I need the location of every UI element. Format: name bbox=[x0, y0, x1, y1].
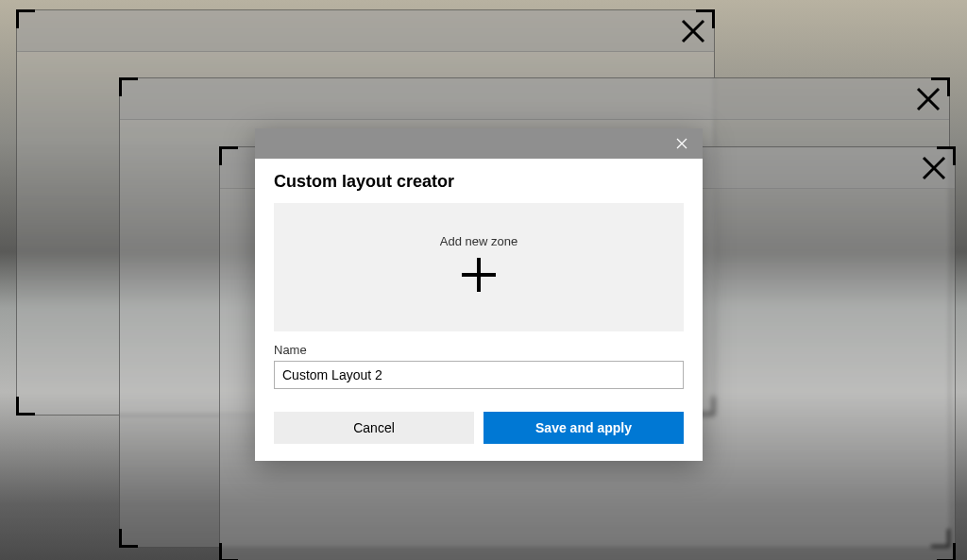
crop-mark-icon bbox=[16, 9, 35, 28]
plus-icon bbox=[456, 252, 501, 301]
crop-mark-icon bbox=[219, 146, 238, 165]
crop-mark-icon bbox=[119, 77, 138, 96]
zone-titlebar[interactable] bbox=[120, 78, 949, 120]
close-icon[interactable] bbox=[661, 128, 703, 159]
save-and-apply-button[interactable]: Save and apply bbox=[484, 412, 684, 444]
zone-titlebar[interactable] bbox=[17, 10, 714, 52]
name-label: Name bbox=[274, 343, 684, 357]
crop-mark-icon bbox=[937, 543, 956, 560]
crop-mark-icon bbox=[16, 397, 35, 416]
crop-mark-icon bbox=[696, 9, 715, 28]
crop-mark-icon bbox=[119, 529, 138, 548]
crop-mark-icon bbox=[219, 543, 238, 560]
dialog-titlebar[interactable] bbox=[255, 128, 703, 159]
crop-mark-icon bbox=[937, 146, 956, 165]
custom-layout-creator-dialog: Custom layout creator Add new zone Name … bbox=[255, 128, 703, 461]
cancel-button[interactable]: Cancel bbox=[274, 412, 474, 444]
crop-mark-icon bbox=[931, 77, 950, 96]
add-zone-label: Add new zone bbox=[440, 234, 517, 248]
add-new-zone-button[interactable]: Add new zone bbox=[274, 203, 684, 331]
layout-name-input[interactable] bbox=[274, 361, 684, 389]
dialog-title: Custom layout creator bbox=[274, 172, 684, 192]
